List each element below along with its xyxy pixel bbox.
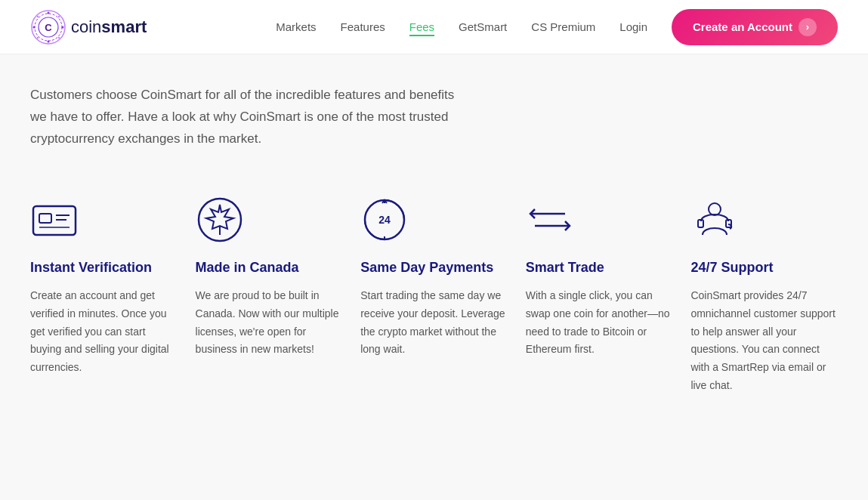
feature-card-instant-verification: Instant Verification Create an account a… [30,196,178,395]
id-card-icon [30,196,79,244]
cta-arrow-icon: › [798,18,817,36]
svg-point-7 [48,40,50,42]
nav-item-fees[interactable]: Fees [409,20,434,34]
feature-card-smart-trade: Smart Trade With a single click, you can… [526,196,673,395]
logo-icon: C [30,9,66,45]
create-account-button[interactable]: Create an Account › [672,9,838,45]
features-grid: Instant Verification Create an account a… [30,196,838,395]
feature-desc-same-day-payments: Start trading the same day we receive yo… [360,287,508,359]
feature-card-support-247: 24/7 Support CoinSmart provides 24/7 omn… [690,196,838,395]
nav-item-login[interactable]: Login [619,20,647,34]
svg-rect-13 [39,214,51,223]
svg-point-11 [58,36,60,38]
feature-title-support-247: 24/7 Support [690,259,838,276]
clock-24-icon: 24 [360,196,409,244]
feature-desc-smart-trade: With a single click, you can swap one co… [526,287,673,359]
intro-paragraph: Customers choose CoinSmart for all of th… [30,85,468,150]
svg-point-5 [62,26,64,28]
svg-text:C: C [45,22,52,33]
nav-item-cspremium[interactable]: CS Premium [531,20,595,34]
svg-point-9 [58,15,60,17]
headset-icon [690,196,739,244]
feature-desc-instant-verification: Create an account and get verified in mi… [30,287,178,377]
feature-title-made-in-canada: Made in Canada [196,259,343,276]
nav-item-getsmart[interactable]: GetSmart [459,20,507,34]
swap-arrows-icon [526,196,574,244]
feature-card-made-in-canada: Made in Canada We are proud to be built … [196,196,343,395]
nav-item-features[interactable]: Features [341,20,385,34]
logo-text: coinsmart [71,17,147,37]
svg-point-4 [33,26,36,28]
svg-point-10 [37,36,39,38]
navbar: C coinsmart Markets Features Fees GetSma… [0,0,868,54]
feature-card-same-day-payments: 24 Same Day Payments Start trading the s… [360,196,508,395]
svg-point-25 [709,203,721,215]
svg-text:24: 24 [378,214,391,226]
feature-desc-made-in-canada: We are proud to be built in Canada. Now … [196,287,343,359]
feature-title-smart-trade: Smart Trade [526,259,673,276]
logo[interactable]: C coinsmart [30,9,147,45]
main-content: Customers choose CoinSmart for all of th… [0,54,868,440]
maple-leaf-icon [196,196,244,244]
nav-item-markets[interactable]: Markets [276,20,316,34]
cta-label: Create an Account [693,20,792,33]
nav-links: Markets Features Fees GetSmart CS Premiu… [276,20,647,34]
svg-point-8 [37,15,39,17]
svg-point-6 [48,11,50,14]
feature-desc-support-247: CoinSmart provides 24/7 omnichannel cust… [690,287,838,395]
feature-title-same-day-payments: Same Day Payments [360,259,508,276]
feature-title-instant-verification: Instant Verification [30,259,178,276]
